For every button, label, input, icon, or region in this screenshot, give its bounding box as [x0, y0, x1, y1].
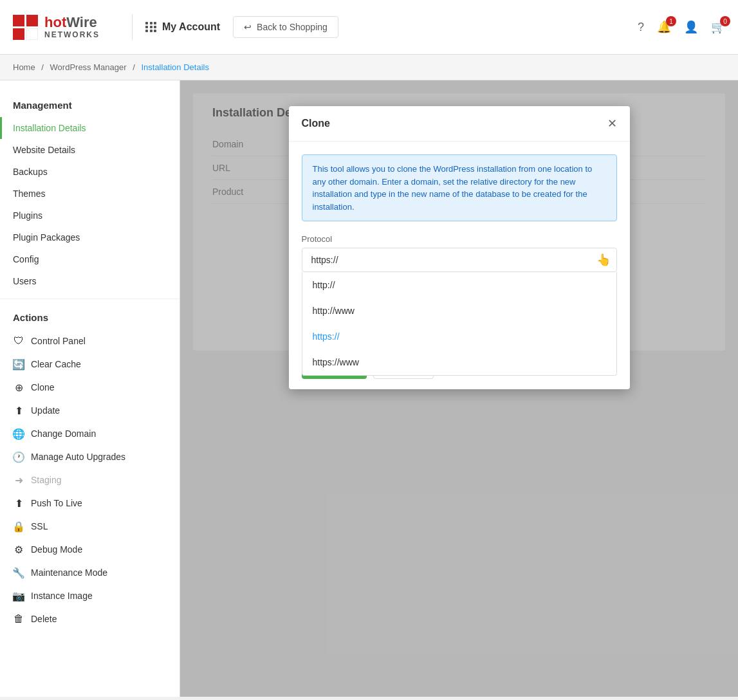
protocol-option-http-www[interactable]: http://www	[302, 298, 616, 324]
back-to-shopping-button[interactable]: ↩ Back to Shopping	[233, 16, 338, 38]
shield-icon: 🛡	[13, 335, 24, 347]
breadcrumb-sep-1: /	[41, 62, 44, 72]
modal-overlay: Clone ✕ This tool allows you to clone th…	[180, 80, 738, 697]
sidebar-item-label: Delete	[31, 614, 57, 624]
camera-icon: 📷	[13, 590, 24, 602]
sidebar-item-label: Website Details	[13, 145, 75, 155]
sidebar-item-plugin-packages[interactable]: Plugin Packages	[0, 226, 180, 248]
cart-badge: 0	[720, 16, 730, 26]
header-divider-1	[132, 14, 133, 40]
user-icon[interactable]: 👤	[684, 20, 698, 34]
sidebar-item-plugins[interactable]: Plugins	[0, 205, 180, 226]
arrow-up-icon: ⬆	[13, 405, 24, 416]
clone-modal: Clone ✕ This tool allows you to clone th…	[289, 106, 630, 389]
protocol-select[interactable]: https:// 👆	[302, 248, 617, 272]
actions-divider	[0, 299, 180, 299]
main-layout: Management Installation Details Website …	[0, 80, 738, 697]
sidebar-item-label: Instance Image	[31, 591, 93, 601]
sidebar-item-instance-image[interactable]: 📷 Instance Image	[0, 584, 180, 607]
sidebar-item-clone[interactable]: ⊕ Clone	[0, 376, 180, 399]
header: hotWire NETWORKS My Account ↩ Back to Sh…	[0, 0, 738, 55]
refresh-icon: 🔄	[13, 358, 24, 370]
sidebar-item-backups[interactable]: Backups	[0, 161, 180, 183]
protocol-label: Protocol	[302, 234, 617, 244]
modal-title: Clone	[302, 118, 330, 129]
sidebar-item-installation-details[interactable]: Installation Details	[0, 117, 180, 139]
logo: hotWire NETWORKS	[13, 15, 100, 40]
breadcrumb-current: Installation Details	[141, 62, 209, 72]
sidebar-item-debug-mode[interactable]: ⚙ Debug Mode	[0, 538, 180, 561]
help-icon[interactable]: ?	[638, 21, 644, 34]
sidebar-item-label: Change Domain	[31, 428, 96, 439]
sidebar-item-label: Backups	[13, 167, 48, 177]
clock-icon: 🕐	[13, 451, 24, 463]
sidebar-item-label: Staging	[31, 475, 61, 485]
logo-networks: NETWORKS	[44, 31, 100, 39]
protocol-option-https-www[interactable]: https://www	[302, 349, 616, 375]
upload-icon: ⬆	[13, 497, 24, 509]
sidebar-item-label: Clear Cache	[31, 359, 81, 369]
sidebar-item-label: Clone	[31, 382, 55, 392]
sidebar-item-staging: ➜ Staging	[0, 468, 180, 492]
sidebar-item-manage-auto-upgrades[interactable]: 🕐 Manage Auto Upgrades	[0, 445, 180, 468]
sidebar-item-users[interactable]: Users	[0, 270, 180, 292]
content-area: Installation Details Domain mybusiness.r…	[180, 80, 738, 697]
logo-sq-1	[13, 15, 24, 26]
modal-body: This tool allows you to clone the WordPr…	[289, 142, 630, 344]
clone-info-box: This tool allows you to clone the WordPr…	[302, 154, 617, 221]
protocol-option-http[interactable]: http://	[302, 272, 616, 298]
protocol-option-https[interactable]: https://	[302, 324, 616, 349]
gear-icon: ⚙	[13, 544, 24, 555]
cart-icon[interactable]: 🛒 0	[711, 20, 725, 34]
sidebar-item-delete[interactable]: 🗑 Delete	[0, 607, 180, 631]
my-account-button[interactable]: My Account	[145, 21, 220, 33]
logo-sq-2	[26, 15, 38, 26]
my-account-label: My Account	[162, 21, 220, 33]
sidebar-item-themes[interactable]: Themes	[0, 183, 180, 205]
sidebar-item-label: Control Panel	[31, 336, 86, 346]
breadcrumb-home[interactable]: Home	[13, 62, 35, 72]
logo-hot: hot	[44, 14, 66, 30]
logo-squares	[13, 15, 38, 40]
protocol-selected-value: https://	[311, 255, 338, 265]
sidebar-item-change-domain[interactable]: 🌐 Change Domain	[0, 422, 180, 445]
trash-icon: 🗑	[13, 613, 24, 625]
management-section-title: Management	[0, 93, 180, 117]
logo-wire: Wire	[66, 14, 97, 30]
sidebar-item-label: Plugin Packages	[13, 232, 80, 243]
protocol-dropdown-menu: http:// http://www https:// https://www	[302, 272, 617, 376]
sidebar-item-label: Plugins	[13, 210, 42, 221]
logo-text: hotWire NETWORKS	[44, 15, 100, 39]
sidebar-item-label: Debug Mode	[31, 544, 82, 555]
sidebar-item-maintenance-mode[interactable]: 🔧 Maintenance Mode	[0, 561, 180, 584]
back-arrow-icon: ↩	[244, 22, 252, 32]
wrench-icon: 🔧	[13, 567, 24, 578]
arrow-right-icon: ➜	[13, 474, 24, 486]
lock-icon: 🔒	[13, 520, 24, 532]
back-to-shopping-label: Back to Shopping	[257, 22, 327, 32]
notification-badge: 1	[666, 16, 676, 26]
breadcrumb: Home / WordPress Manager / Installation …	[0, 55, 738, 80]
modal-close-button[interactable]: ✕	[607, 116, 617, 131]
sidebar-item-ssl[interactable]: 🔒 SSL	[0, 515, 180, 538]
protocol-form-group: Protocol https:// 👆 http:// http://www h…	[302, 234, 617, 272]
header-right: ? 🔔 1 👤 🛒 0	[638, 20, 725, 34]
sidebar-item-label: Installation Details	[13, 123, 86, 133]
sidebar-item-label: SSL	[31, 521, 48, 531]
logo-hotwire: hotWire	[44, 15, 100, 30]
notifications-icon[interactable]: 🔔 1	[657, 20, 671, 34]
logo-sq-3	[13, 28, 24, 40]
sidebar-item-website-details[interactable]: Website Details	[0, 139, 180, 161]
plus-circle-icon: ⊕	[13, 382, 24, 393]
sidebar-item-label: Config	[13, 254, 39, 264]
logo-sq-4	[26, 28, 38, 40]
sidebar-item-push-to-live[interactable]: ⬆ Push To Live	[0, 492, 180, 515]
dropdown-cursor-icon: 👆	[596, 253, 611, 267]
sidebar-item-clear-cache[interactable]: 🔄 Clear Cache	[0, 353, 180, 376]
globe-icon: 🌐	[13, 428, 24, 439]
sidebar-item-update[interactable]: ⬆ Update	[0, 399, 180, 422]
sidebar-item-config[interactable]: Config	[0, 248, 180, 270]
sidebar-item-control-panel[interactable]: 🛡 Control Panel	[0, 329, 180, 353]
breadcrumb-wp-manager[interactable]: WordPress Manager	[50, 62, 127, 72]
sidebar-item-label: Maintenance Mode	[31, 567, 107, 578]
